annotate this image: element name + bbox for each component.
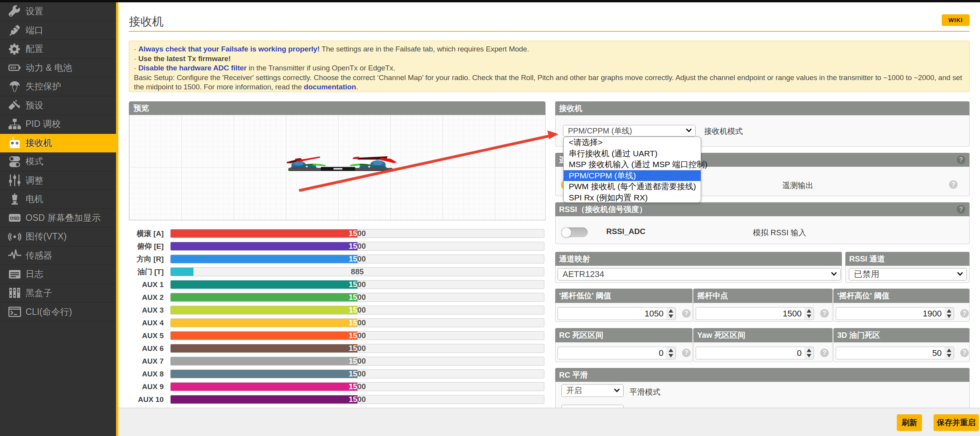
svg-text:OSD: OSD [10,216,19,221]
